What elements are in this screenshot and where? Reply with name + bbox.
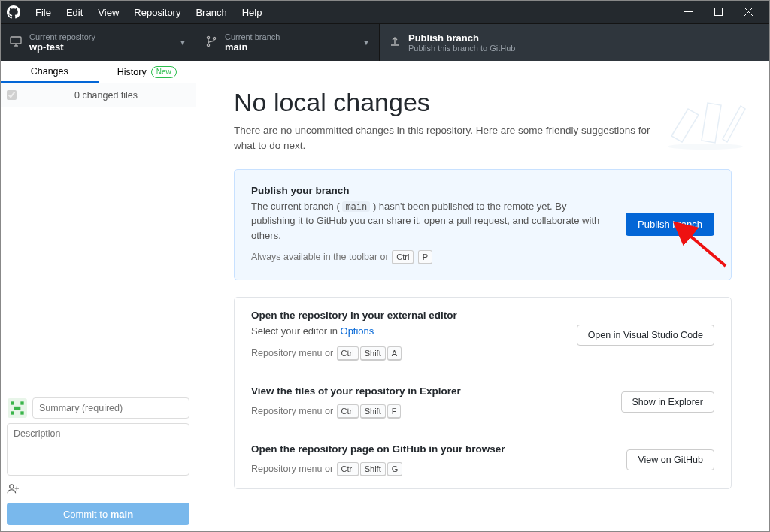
publish-card-desc: The current branch ( main ) hasn't been … bbox=[251, 199, 611, 243]
menu-edit[interactable]: Edit bbox=[59, 7, 90, 18]
menu-file[interactable]: File bbox=[28, 7, 59, 18]
chevron-down-icon: ▼ bbox=[362, 38, 370, 47]
shortcut-hint: Repository menu or CtrlShiftG bbox=[251, 462, 611, 476]
github-logo-icon bbox=[7, 5, 20, 19]
select-all-checkbox[interactable] bbox=[7, 90, 17, 100]
new-badge: New bbox=[151, 66, 177, 78]
commit-form: Commit to main bbox=[1, 391, 196, 531]
toolbar-branch-value: main bbox=[225, 41, 280, 53]
svg-point-8 bbox=[207, 44, 209, 46]
tab-changes[interactable]: Changes bbox=[1, 61, 99, 83]
svg-rect-11 bbox=[11, 401, 14, 404]
menubar: File Edit View Repository Branch Help bbox=[1, 1, 769, 23]
description-input[interactable] bbox=[7, 423, 189, 476]
card-show-explorer: View the files of your repository in Exp… bbox=[235, 373, 731, 431]
tab-history-label: History bbox=[117, 67, 147, 77]
svg-point-17 bbox=[668, 144, 743, 150]
svg-rect-12 bbox=[20, 401, 23, 404]
page-subtitle: There are no uncommitted changes in this… bbox=[234, 123, 655, 154]
card-title: Open the repository in your external edi… bbox=[251, 310, 562, 321]
card-title: View the files of your repository in Exp… bbox=[251, 385, 606, 397]
svg-point-7 bbox=[207, 36, 209, 38]
svg-point-9 bbox=[213, 37, 215, 39]
chevron-down-icon: ▼ bbox=[179, 38, 186, 47]
menu-branch[interactable]: Branch bbox=[188, 7, 234, 18]
toolbar-current-repository[interactable]: Current repository wp-test ▼ bbox=[1, 24, 196, 61]
view-on-github-button[interactable]: View on GitHub bbox=[626, 449, 714, 470]
menu-view[interactable]: View bbox=[90, 7, 126, 18]
git-branch-icon bbox=[205, 35, 217, 50]
sidebar: Changes History New 0 changed files bbox=[1, 61, 196, 531]
changed-files-count: 0 changed files bbox=[23, 90, 189, 101]
open-in-editor-button[interactable]: Open in Visual Studio Code bbox=[577, 325, 714, 346]
card-desc: Select your editor in Options bbox=[251, 324, 562, 339]
menu-repository[interactable]: Repository bbox=[126, 7, 188, 18]
show-in-explorer-button[interactable]: Show in Explorer bbox=[621, 391, 715, 413]
toolbar-repo-label: Current repository bbox=[29, 32, 95, 41]
svg-rect-15 bbox=[20, 411, 23, 414]
window-maximize-button[interactable] bbox=[703, 6, 733, 18]
desktop-icon bbox=[10, 35, 22, 50]
changes-header: 0 changed files bbox=[1, 83, 196, 107]
shortcut-hint: Repository menu or CtrlShiftA bbox=[251, 346, 562, 361]
svg-rect-1 bbox=[714, 8, 722, 16]
svg-rect-4 bbox=[11, 37, 21, 44]
toolbar-repo-value: wp-test bbox=[29, 41, 95, 53]
publish-card-title: Publish your branch bbox=[251, 185, 611, 196]
page-title: No local changes bbox=[234, 88, 732, 117]
avatar-icon bbox=[7, 397, 28, 419]
toolbar-publish-branch[interactable]: Publish branch Publish this branch to Gi… bbox=[380, 24, 769, 61]
sidebar-tabs: Changes History New bbox=[1, 61, 196, 83]
toolbar-current-branch[interactable]: Current branch main ▼ bbox=[196, 24, 380, 61]
upload-icon bbox=[389, 35, 401, 50]
card-external-editor: Open the repository in your external edi… bbox=[235, 298, 731, 373]
menu-help[interactable]: Help bbox=[235, 7, 270, 18]
svg-rect-14 bbox=[11, 411, 14, 414]
summary-input[interactable] bbox=[32, 397, 189, 419]
suggestion-cards: Open the repository in your external edi… bbox=[234, 297, 732, 489]
window-minimize-button[interactable] bbox=[673, 6, 703, 18]
options-link[interactable]: Options bbox=[341, 325, 374, 337]
svg-rect-13 bbox=[14, 407, 21, 410]
window-close-button[interactable] bbox=[733, 6, 763, 18]
commit-button[interactable]: Commit to main bbox=[7, 503, 189, 525]
empty-state-illustration-icon bbox=[664, 83, 747, 151]
publish-card: Publish your branch The current branch (… bbox=[234, 169, 732, 281]
publish-shortcut-hint: Always available in the toolbar or Ctrl … bbox=[251, 250, 611, 264]
toolbar-publish-sub: Publish this branch to GitHub bbox=[408, 44, 515, 53]
svg-point-16 bbox=[10, 485, 14, 488]
card-title: Open the repository page on GitHub in yo… bbox=[251, 443, 611, 455]
add-coauthor-button[interactable] bbox=[7, 483, 189, 497]
commit-button-prefix: Commit to bbox=[63, 509, 111, 520]
commit-button-branch: main bbox=[111, 509, 133, 520]
toolbar-publish-label: Publish branch bbox=[408, 32, 515, 44]
card-view-github: Open the repository page on GitHub in yo… bbox=[235, 431, 731, 488]
toolbar: Current repository wp-test ▼ Current bra… bbox=[1, 23, 769, 61]
tab-history[interactable]: History New bbox=[99, 61, 196, 83]
toolbar-branch-label: Current branch bbox=[225, 32, 280, 41]
publish-branch-button[interactable]: Publish branch bbox=[626, 213, 714, 236]
main-content: No local changes There are no uncommitte… bbox=[196, 61, 769, 531]
shortcut-hint: Repository menu or CtrlShiftF bbox=[251, 404, 606, 419]
